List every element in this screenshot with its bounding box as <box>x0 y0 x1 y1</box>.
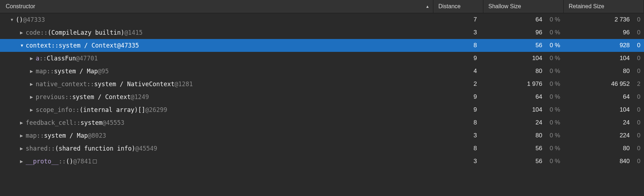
table-row[interactable]: ▶map :: system / Map @954800 %800 <box>0 65 644 78</box>
object-label-part: :: <box>51 42 59 49</box>
retained-size-percent: 0 <box>632 42 640 49</box>
object-label-part: (internal array)[] <box>80 106 145 113</box>
constructor-cell: ▶a :: ClassFun @47701 <box>0 52 433 65</box>
table-row[interactable]: ▶map :: system / Map @80233800 %2240 <box>0 129 644 142</box>
table-row[interactable]: ▶a :: ClassFun @4770191040 %1040 <box>0 52 644 65</box>
object-label-part: @1249 <box>131 93 149 101</box>
retained-size-percent: 0 <box>632 106 640 113</box>
retained-size-percent: 0 <box>632 119 640 126</box>
retained-size-percent: 0 <box>632 145 640 152</box>
shallow-size-percent: 0 % <box>544 132 560 139</box>
distance-value: 3 <box>474 132 477 139</box>
sort-ascending-icon: ▲ <box>426 4 429 9</box>
shallow-size-cell: 1040 % <box>483 103 564 116</box>
disclosure-closed-icon[interactable]: ▶ <box>30 108 34 112</box>
shallow-size-value: 80 <box>535 68 542 74</box>
shallow-size-value: 24 <box>535 119 542 126</box>
constructor-cell: ▼context :: system / Context @47335 <box>0 39 433 52</box>
retained-size-value: 96 <box>623 29 630 36</box>
object-label-part: @7841 <box>73 158 91 165</box>
retained-size-value: 224 <box>620 132 630 139</box>
column-header-constructor[interactable]: Constructor ▲ <box>0 0 433 13</box>
disclosure-closed-icon[interactable]: ▶ <box>30 56 34 61</box>
constructor-cell: ▶shared :: (shared function info) @45549 <box>0 142 433 155</box>
disclosure-open-icon[interactable]: ▼ <box>10 18 14 22</box>
object-label-part: feedback_cell <box>26 119 73 126</box>
distance-cell: 4 <box>433 65 483 78</box>
object-label-part: native_context <box>36 80 87 88</box>
table-row[interactable]: ▶scope_info :: (internal array)[] @26299… <box>0 103 644 116</box>
constructor-cell: ▶scope_info :: (internal array)[] @26299 <box>0 103 433 116</box>
shallow-size-cell: 560 % <box>483 142 564 155</box>
column-header-shallow-size[interactable]: Shallow Size <box>483 0 564 13</box>
object-link-icon[interactable] <box>93 160 97 163</box>
object-label-part: :: <box>37 132 44 139</box>
table-row[interactable]: ▼() @473337640 %2 7360 <box>0 13 644 26</box>
retained-size-value: 80 <box>623 68 630 74</box>
retained-size-value: 104 <box>620 55 630 62</box>
distance-cell: 9 <box>433 103 483 116</box>
object-label-part: map <box>36 68 47 75</box>
object-label-part: @47333 <box>23 16 45 23</box>
object-label-part: previous <box>36 93 65 101</box>
column-header-retained-size[interactable]: Retained Size <box>564 0 644 13</box>
object-label-part: context <box>26 42 51 49</box>
disclosure-closed-icon[interactable]: ▶ <box>20 133 24 138</box>
retained-size-percent: 0 <box>632 158 640 165</box>
constructor-cell: ▶map :: system / Map @95 <box>0 65 433 78</box>
column-label: Distance <box>438 3 461 10</box>
distance-value: 4 <box>474 68 477 74</box>
distance-value: 8 <box>474 42 477 49</box>
object-label-part: system / NativeContext <box>94 80 175 88</box>
disclosure-closed-icon[interactable]: ▶ <box>30 69 34 74</box>
retained-size-value: 104 <box>620 106 630 113</box>
table-row[interactable]: ▶code :: (CompileLazy builtin) @14153960… <box>0 26 644 39</box>
object-label-part: (shared function info) <box>55 145 135 152</box>
distance-value: 3 <box>474 29 477 36</box>
shallow-size-percent: 0 % <box>544 42 560 49</box>
table-row[interactable]: ▶__proto__ :: () @78413560 %8400 <box>0 155 644 168</box>
shallow-size-percent: 0 % <box>544 93 560 101</box>
disclosure-closed-icon[interactable]: ▶ <box>20 159 24 164</box>
shallow-size-value: 64 <box>535 16 542 23</box>
retained-size-percent: 0 <box>632 55 640 62</box>
table-row[interactable]: ▼context :: system / Context @473358560 … <box>0 39 644 52</box>
object-label-part: @8023 <box>88 132 106 139</box>
shallow-size-cell: 560 % <box>483 155 564 168</box>
distance-cell: 9 <box>433 52 483 65</box>
shallow-size-cell: 640 % <box>483 90 564 103</box>
disclosure-closed-icon[interactable]: ▶ <box>20 146 24 151</box>
disclosure-closed-icon[interactable]: ▶ <box>30 95 34 99</box>
retained-size-cell: 1040 <box>564 52 644 65</box>
heap-snapshot-table: Constructor ▲ Distance Shallow Size Reta… <box>0 0 644 168</box>
table-row[interactable]: ▶feedback_cell :: system @455538240 %240 <box>0 116 644 129</box>
distance-cell: 3 <box>433 129 483 142</box>
retained-size-percent: 0 <box>632 16 640 23</box>
distance-cell: 8 <box>433 116 483 129</box>
shallow-size-cell: 800 % <box>483 129 564 142</box>
distance-cell: 8 <box>433 142 483 155</box>
shallow-size-cell: 1040 % <box>483 52 564 65</box>
column-header-distance[interactable]: Distance <box>433 0 483 13</box>
disclosure-closed-icon[interactable]: ▶ <box>20 121 24 125</box>
distance-value: 2 <box>474 80 477 87</box>
shallow-size-value: 56 <box>535 42 542 49</box>
distance-cell: 8 <box>433 39 483 52</box>
retained-size-cell: 9280 <box>564 39 644 52</box>
column-header-row: Constructor ▲ Distance Shallow Size Reta… <box>0 0 644 13</box>
object-label-part: @1415 <box>124 29 142 36</box>
distance-value: 9 <box>474 55 477 62</box>
table-row[interactable]: ▶native_context :: system / NativeContex… <box>0 78 644 90</box>
disclosure-closed-icon[interactable]: ▶ <box>30 82 34 87</box>
shallow-size-value: 1 976 <box>527 80 542 87</box>
shallow-size-value: 104 <box>532 55 542 62</box>
object-label-part: @1281 <box>175 80 193 88</box>
shallow-size-percent: 0 % <box>544 106 560 113</box>
table-row[interactable]: ▶previous :: system / Context @12499640 … <box>0 90 644 103</box>
object-label-part: system / Context <box>72 93 131 101</box>
table-row[interactable]: ▶shared :: (shared function info) @45549… <box>0 142 644 155</box>
disclosure-closed-icon[interactable]: ▶ <box>20 30 24 35</box>
disclosure-open-icon[interactable]: ▼ <box>20 43 24 48</box>
column-label: Shallow Size <box>488 3 521 10</box>
shallow-size-percent: 0 % <box>544 80 560 88</box>
